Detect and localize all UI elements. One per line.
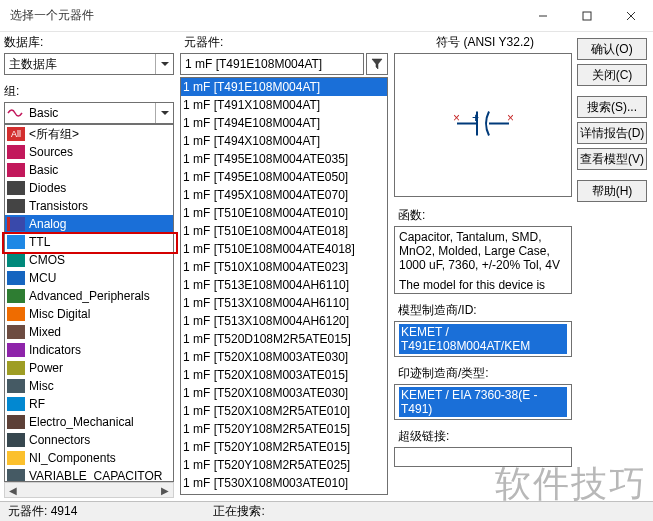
component-item[interactable]: 1 mF [T520Y108M2R5ATE015] (181, 438, 387, 456)
component-item[interactable]: 1 mF [T520D108M2R5ATE015] (181, 330, 387, 348)
component-item[interactable]: 1 mF [T520Y108M2R5ATE015] (181, 420, 387, 438)
chevron-down-icon[interactable] (155, 103, 173, 123)
component-item[interactable]: 1 mF [T495E108M004ATE050] (181, 168, 387, 186)
search-button[interactable]: 搜索(S)... (577, 96, 647, 118)
component-item[interactable]: 1 mF [T520X108M003ATE015] (181, 366, 387, 384)
group-item-label: <所有组> (29, 126, 79, 143)
model-mfr-listbox[interactable]: KEMET / T491E108M004AT/KEM (394, 321, 572, 357)
group-item[interactable]: CMOS (5, 251, 173, 269)
misc-icon (7, 379, 25, 393)
group-item-label: Electro_Mechanical (29, 415, 134, 429)
all-icon: All (7, 127, 25, 141)
adv-icon (7, 289, 25, 303)
group-item-label: RF (29, 397, 45, 411)
component-item[interactable]: 1 mF [T495E108M004ATE035] (181, 150, 387, 168)
group-item[interactable]: NI_Components (5, 449, 173, 467)
mcu-icon (7, 271, 25, 285)
component-item[interactable]: 1 mF [T513X108M004AH6120] (181, 312, 387, 330)
group-item[interactable]: Mixed (5, 323, 173, 341)
component-listbox[interactable]: 1 mF [T491E108M004AT]1 mF [T491X108M004A… (180, 77, 388, 495)
group-item[interactable]: RF (5, 395, 173, 413)
component-item[interactable]: 1 mF [T510E108M004ATE4018] (181, 240, 387, 258)
maximize-button[interactable] (565, 0, 609, 32)
help-button[interactable]: 帮助(H) (577, 180, 647, 202)
component-item[interactable]: 1 mF [T520X108M2R5ATE010] (181, 402, 387, 420)
status-bar: 元器件: 4914 正在搜索: (0, 501, 653, 521)
component-item[interactable]: 1 mF [T491E108M004AT] (181, 78, 387, 96)
group-item[interactable]: All<所有组> (5, 125, 173, 143)
symbol-preview: + × × (394, 53, 572, 197)
group-item-label: Sources (29, 145, 73, 159)
ok-button[interactable]: 确认(O) (577, 38, 647, 60)
tri-icon (7, 217, 25, 231)
pwr-icon (7, 361, 25, 375)
component-item[interactable]: 1 mF [T513E108M004AH6110] (181, 276, 387, 294)
component-item[interactable]: 1 mF [T520Y108M2R5ATE025] (181, 456, 387, 474)
ttl-icon (7, 235, 25, 249)
group-item[interactable]: MCU (5, 269, 173, 287)
component-item[interactable]: 1 mF [T513X108M004AH6110] (181, 294, 387, 312)
diode-icon (7, 199, 25, 213)
group-item[interactable]: Basic (5, 161, 173, 179)
group-listbox[interactable]: All<所有组>SourcesBasicDiodesTransistorsAna… (4, 124, 174, 482)
group-item-label: Transistors (29, 199, 88, 213)
component-item[interactable]: 1 mF [T494X108M004AT] (181, 132, 387, 150)
close-button[interactable]: 关闭(C) (577, 64, 647, 86)
close-window-button[interactable] (609, 0, 653, 32)
database-combo[interactable]: 主数据库 (4, 53, 174, 75)
group-item[interactable]: Misc (5, 377, 173, 395)
group-item[interactable]: Analog (5, 215, 173, 233)
component-item[interactable]: 1 mF [T510X108M004ATE023] (181, 258, 387, 276)
group-combo-value: Basic (25, 106, 155, 120)
svg-rect-1 (583, 12, 591, 20)
component-item[interactable]: 1 mF [T495X108M004ATE070] (181, 186, 387, 204)
group-item[interactable]: Indicators (5, 341, 173, 359)
minimize-button[interactable] (521, 0, 565, 32)
ni-icon (7, 451, 25, 465)
group-item-label: NI_Components (29, 451, 116, 465)
component-item[interactable]: 1 mF [T494E108M004AT] (181, 114, 387, 132)
sine-icon (7, 145, 25, 159)
component-item[interactable]: 1 mF [T530X108M003ATE010] (181, 474, 387, 492)
detail-report-button[interactable]: 详情报告(D) (577, 122, 647, 144)
group-item-label: Basic (29, 163, 58, 177)
group-item[interactable]: VARIABLE_CAPACITOR (5, 467, 173, 482)
group-item-label: Advanced_Peripherals (29, 289, 150, 303)
scroll-right-icon[interactable]: ▶ (157, 483, 173, 497)
function-line1: Capacitor, Tantalum, SMD, MnO2, Molded, … (399, 230, 567, 272)
group-item-label: Analog (29, 217, 66, 231)
rf-icon (7, 397, 25, 411)
component-combo[interactable]: 1 mF [T491E108M004AT] (180, 53, 364, 75)
group-hscroll[interactable]: ◀ ▶ (4, 482, 174, 498)
symbol-label: 符号 (ANSI Y32.2) (394, 32, 572, 53)
group-item[interactable]: Advanced_Peripherals (5, 287, 173, 305)
group-item-label: Misc (29, 379, 54, 393)
group-item[interactable]: Connectors (5, 431, 173, 449)
group-item[interactable]: Electro_Mechanical (5, 413, 173, 431)
hyperlink-field[interactable] (394, 447, 572, 467)
group-item[interactable]: Misc Digital (5, 305, 173, 323)
function-textbox[interactable]: Capacitor, Tantalum, SMD, MnO2, Molded, … (394, 226, 572, 294)
group-item[interactable]: Sources (5, 143, 173, 161)
scroll-left-icon[interactable]: ◀ (5, 483, 21, 497)
component-item[interactable]: 1 mF [T510E108M004ATE010] (181, 204, 387, 222)
svg-text:×: × (507, 111, 513, 125)
footprint-listbox[interactable]: KEMET / EIA 7360-38(E - T491) (394, 384, 572, 420)
component-item[interactable]: 1 mF [T520X108M003ATE030] (181, 348, 387, 366)
conn-icon (7, 433, 25, 447)
component-filter-button[interactable] (366, 53, 388, 75)
group-item[interactable]: Diodes (5, 179, 173, 197)
group-item-label: TTL (29, 235, 50, 249)
component-item[interactable]: 1 mF [T520X108M003ATE030] (181, 384, 387, 402)
group-item[interactable]: TTL (5, 233, 173, 251)
group-combo[interactable]: Basic (4, 102, 174, 124)
chevron-down-icon[interactable] (155, 54, 173, 74)
status-searching: 正在搜索: (205, 503, 272, 520)
component-item[interactable]: 1 mF [T510E108M004ATE018] (181, 222, 387, 240)
mix-icon (7, 325, 25, 339)
component-item[interactable]: 1 mF [T491X108M004AT] (181, 96, 387, 114)
view-model-button[interactable]: 查看模型(V) (577, 148, 647, 170)
group-item[interactable]: Transistors (5, 197, 173, 215)
svg-text:+: + (472, 111, 479, 125)
group-item[interactable]: Power (5, 359, 173, 377)
